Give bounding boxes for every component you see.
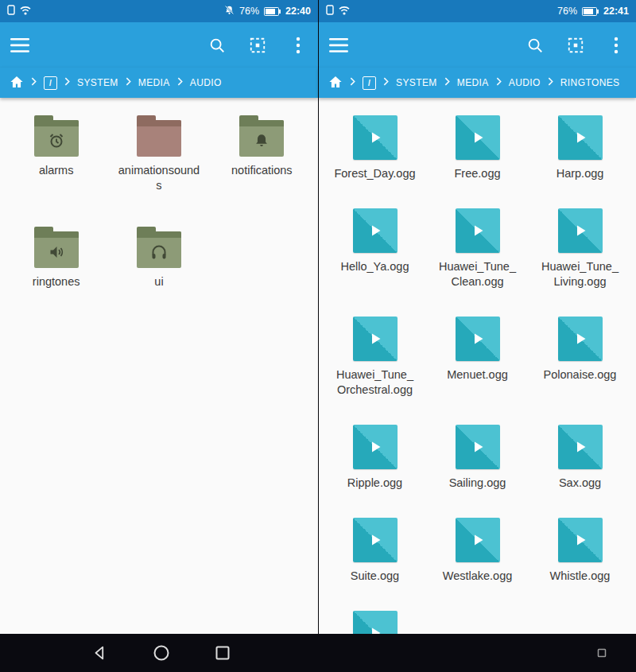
folder-name: alarms bbox=[39, 163, 74, 178]
file-item[interactable]: Whistle.ogg bbox=[533, 518, 627, 584]
multi-select-icon[interactable] bbox=[248, 36, 267, 55]
play-icon bbox=[470, 439, 486, 455]
overflow-menu-icon[interactable] bbox=[607, 36, 626, 55]
audio-file-icon bbox=[456, 425, 500, 469]
left-breadcrumb: / SYSTEM MEDIA AUDIO bbox=[0, 68, 318, 98]
battery-percent: 76% bbox=[557, 6, 577, 17]
battery-icon bbox=[582, 7, 597, 16]
audio-file-icon bbox=[558, 518, 603, 562]
file-name: Whistle.ogg bbox=[550, 569, 611, 584]
folder-name: ringtones bbox=[33, 274, 80, 289]
home-button[interactable] bbox=[152, 643, 171, 662]
folder-item-animationsounds[interactable]: animationsounds bbox=[112, 115, 206, 193]
bell-icon bbox=[253, 132, 270, 150]
chevron-right-icon bbox=[383, 77, 389, 88]
breadcrumb-item[interactable]: RINGTONES bbox=[560, 77, 620, 88]
file-item[interactable]: Suite.ogg bbox=[328, 518, 422, 584]
battery-percent: 76% bbox=[239, 6, 259, 17]
right-panel: 76% 22:41 bbox=[318, 0, 636, 634]
file-item[interactable]: Menuet.ogg bbox=[431, 317, 525, 383]
audio-file-icon bbox=[353, 518, 398, 562]
file-name: Forest_Day.ogg bbox=[334, 166, 415, 181]
home-icon[interactable] bbox=[328, 76, 343, 91]
audio-file-icon bbox=[353, 425, 398, 469]
chevron-right-icon bbox=[350, 77, 355, 88]
wifi-icon bbox=[339, 6, 350, 17]
search-icon[interactable] bbox=[525, 36, 545, 55]
file-item[interactable]: Huawei_Tune_Living.ogg bbox=[533, 208, 627, 289]
file-item[interactable]: Polonaise.ogg bbox=[533, 317, 627, 383]
right-breadcrumb: / SYSTEM MEDIA AUDIO RINGTONES bbox=[319, 68, 636, 98]
alarm-clock-icon bbox=[47, 131, 66, 150]
breadcrumb-item[interactable]: MEDIA bbox=[138, 77, 170, 88]
multi-select-icon[interactable] bbox=[566, 36, 585, 55]
recents-button[interactable] bbox=[213, 643, 232, 662]
file-item[interactable]: Hello_Ya.ogg bbox=[328, 208, 422, 274]
audio-file-icon bbox=[353, 611, 398, 634]
search-icon[interactable] bbox=[207, 36, 227, 55]
file-name: Huawei_Tune_Clean.ogg bbox=[436, 259, 519, 289]
breadcrumb-item[interactable]: SYSTEM bbox=[77, 77, 118, 88]
file-item-partial[interactable] bbox=[328, 611, 422, 634]
root-path-icon[interactable]: / bbox=[363, 76, 376, 90]
audio-file-icon bbox=[353, 208, 398, 253]
file-item[interactable]: Sailing.ogg bbox=[431, 425, 525, 491]
folder-name: animationsounds bbox=[118, 163, 200, 193]
file-item[interactable]: Sax.ogg bbox=[533, 425, 627, 491]
right-file-list: Forest_Day.ogg Free.ogg Harp.ogg Hello_Y… bbox=[319, 98, 636, 634]
audio-file-icon bbox=[353, 317, 398, 361]
play-icon bbox=[470, 331, 486, 347]
audio-file-icon bbox=[456, 317, 500, 361]
file-name: Suite.ogg bbox=[351, 569, 399, 584]
audio-file-icon bbox=[558, 317, 603, 361]
file-item[interactable]: Huawei_Tune_Clean.ogg bbox=[431, 208, 525, 289]
file-name: Huawei_Tune_Orchestral.ogg bbox=[334, 367, 417, 398]
play-icon bbox=[470, 223, 486, 239]
audio-file-icon bbox=[558, 425, 603, 469]
play-icon bbox=[367, 625, 383, 634]
left-folder-list: alarms animationsounds bbox=[0, 98, 318, 634]
phone-icon bbox=[326, 5, 334, 17]
file-name: Ripple.ogg bbox=[347, 476, 402, 491]
menu-hamburger-icon[interactable] bbox=[10, 36, 29, 55]
wifi-icon bbox=[20, 6, 31, 17]
file-name: Free.ogg bbox=[454, 166, 500, 181]
overflow-menu-icon[interactable] bbox=[289, 36, 308, 55]
audio-file-icon bbox=[456, 115, 500, 160]
file-item[interactable]: Harp.ogg bbox=[533, 115, 627, 181]
play-icon bbox=[572, 532, 588, 548]
file-name: Huawei_Tune_Living.ogg bbox=[539, 259, 622, 289]
root-path-icon[interactable]: / bbox=[44, 76, 57, 90]
file-item[interactable]: Free.ogg bbox=[431, 115, 525, 181]
breadcrumb-item[interactable]: AUDIO bbox=[509, 77, 541, 88]
file-item[interactable]: Westlake.ogg bbox=[431, 518, 525, 584]
breadcrumb-item[interactable]: MEDIA bbox=[457, 77, 489, 88]
home-icon[interactable] bbox=[10, 76, 24, 91]
folder-item-ringtones[interactable]: ringtones bbox=[10, 227, 103, 289]
folder-name: notifications bbox=[231, 163, 293, 178]
play-icon bbox=[572, 130, 588, 146]
back-button[interactable] bbox=[91, 644, 109, 662]
breadcrumb-item[interactable]: SYSTEM bbox=[396, 77, 437, 88]
speaker-icon bbox=[47, 243, 66, 262]
folder-item-ui[interactable]: ui bbox=[112, 227, 206, 289]
folder-icon bbox=[137, 227, 181, 268]
play-icon bbox=[572, 223, 588, 239]
file-name: Polonaise.ogg bbox=[544, 367, 617, 383]
file-name: Westlake.ogg bbox=[443, 569, 513, 584]
file-manager-split-screen: 76% 22:40 bbox=[0, 0, 636, 672]
breadcrumb-item[interactable]: AUDIO bbox=[190, 77, 222, 88]
chevron-right-icon bbox=[31, 77, 37, 88]
clock-text: 22:40 bbox=[285, 6, 311, 17]
play-icon bbox=[470, 532, 486, 548]
menu-hamburger-icon[interactable] bbox=[329, 36, 348, 55]
folder-icon bbox=[34, 227, 79, 268]
file-item[interactable]: Ripple.ogg bbox=[328, 425, 422, 491]
folder-name: ui bbox=[154, 274, 163, 289]
folder-item-alarms[interactable]: alarms bbox=[10, 115, 103, 178]
chevron-right-icon bbox=[177, 77, 183, 88]
file-item[interactable]: Forest_Day.ogg bbox=[328, 115, 422, 181]
notification-panel-button[interactable] bbox=[595, 646, 609, 660]
file-item[interactable]: Huawei_Tune_Orchestral.ogg bbox=[328, 317, 422, 398]
folder-item-notifications[interactable]: notifications bbox=[215, 115, 308, 178]
